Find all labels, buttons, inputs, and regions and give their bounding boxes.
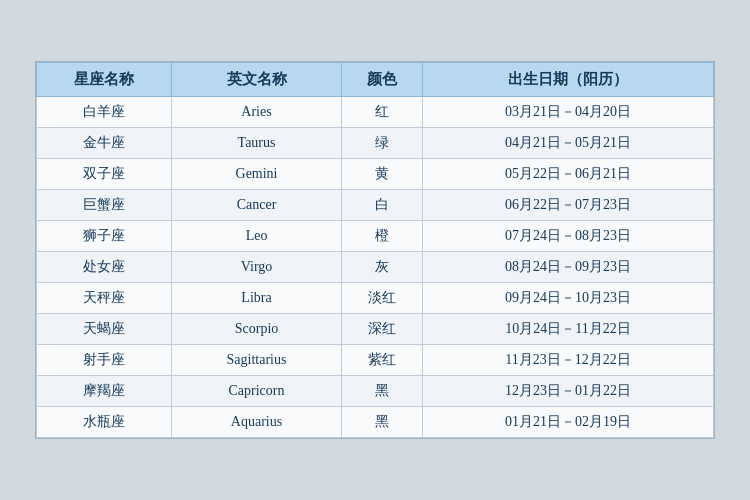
header-english: 英文名称 [172, 63, 341, 97]
table-row: 射手座Sagittarius紫红11月23日－12月22日 [37, 345, 714, 376]
cell-english: Libra [172, 283, 341, 314]
cell-color: 白 [341, 190, 422, 221]
cell-date: 10月24日－11月22日 [422, 314, 713, 345]
table-row: 天秤座Libra淡红09月24日－10月23日 [37, 283, 714, 314]
zodiac-table: 星座名称 英文名称 颜色 出生日期（阳历） 白羊座Aries红03月21日－04… [36, 62, 714, 438]
cell-chinese: 金牛座 [37, 128, 172, 159]
cell-english: Capricorn [172, 376, 341, 407]
cell-chinese: 天蝎座 [37, 314, 172, 345]
header-date: 出生日期（阳历） [422, 63, 713, 97]
cell-chinese: 水瓶座 [37, 407, 172, 438]
table-row: 狮子座Leo橙07月24日－08月23日 [37, 221, 714, 252]
table-row: 水瓶座Aquarius黑01月21日－02月19日 [37, 407, 714, 438]
cell-date: 01月21日－02月19日 [422, 407, 713, 438]
cell-color: 橙 [341, 221, 422, 252]
cell-color: 灰 [341, 252, 422, 283]
cell-english: Taurus [172, 128, 341, 159]
cell-chinese: 处女座 [37, 252, 172, 283]
cell-chinese: 射手座 [37, 345, 172, 376]
table-row: 摩羯座Capricorn黑12月23日－01月22日 [37, 376, 714, 407]
cell-color: 黑 [341, 407, 422, 438]
table-header-row: 星座名称 英文名称 颜色 出生日期（阳历） [37, 63, 714, 97]
cell-color: 紫红 [341, 345, 422, 376]
cell-color: 黄 [341, 159, 422, 190]
cell-chinese: 巨蟹座 [37, 190, 172, 221]
cell-chinese: 摩羯座 [37, 376, 172, 407]
cell-english: Leo [172, 221, 341, 252]
cell-date: 11月23日－12月22日 [422, 345, 713, 376]
cell-english: Virgo [172, 252, 341, 283]
cell-date: 06月22日－07月23日 [422, 190, 713, 221]
header-color: 颜色 [341, 63, 422, 97]
cell-color: 淡红 [341, 283, 422, 314]
cell-date: 03月21日－04月20日 [422, 97, 713, 128]
cell-color: 红 [341, 97, 422, 128]
cell-chinese: 狮子座 [37, 221, 172, 252]
cell-chinese: 双子座 [37, 159, 172, 190]
table-row: 巨蟹座Cancer白06月22日－07月23日 [37, 190, 714, 221]
table-row: 处女座Virgo灰08月24日－09月23日 [37, 252, 714, 283]
cell-date: 08月24日－09月23日 [422, 252, 713, 283]
cell-date: 04月21日－05月21日 [422, 128, 713, 159]
cell-color: 绿 [341, 128, 422, 159]
cell-english: Sagittarius [172, 345, 341, 376]
table-row: 金牛座Taurus绿04月21日－05月21日 [37, 128, 714, 159]
zodiac-table-container: 星座名称 英文名称 颜色 出生日期（阳历） 白羊座Aries红03月21日－04… [35, 61, 715, 439]
cell-date: 12月23日－01月22日 [422, 376, 713, 407]
cell-date: 05月22日－06月21日 [422, 159, 713, 190]
cell-color: 黑 [341, 376, 422, 407]
cell-date: 07月24日－08月23日 [422, 221, 713, 252]
cell-chinese: 白羊座 [37, 97, 172, 128]
header-chinese: 星座名称 [37, 63, 172, 97]
table-body: 白羊座Aries红03月21日－04月20日金牛座Taurus绿04月21日－0… [37, 97, 714, 438]
cell-chinese: 天秤座 [37, 283, 172, 314]
cell-date: 09月24日－10月23日 [422, 283, 713, 314]
cell-english: Aries [172, 97, 341, 128]
cell-english: Scorpio [172, 314, 341, 345]
cell-english: Aquarius [172, 407, 341, 438]
table-row: 双子座Gemini黄05月22日－06月21日 [37, 159, 714, 190]
cell-color: 深红 [341, 314, 422, 345]
table-row: 白羊座Aries红03月21日－04月20日 [37, 97, 714, 128]
cell-english: Cancer [172, 190, 341, 221]
cell-english: Gemini [172, 159, 341, 190]
table-row: 天蝎座Scorpio深红10月24日－11月22日 [37, 314, 714, 345]
